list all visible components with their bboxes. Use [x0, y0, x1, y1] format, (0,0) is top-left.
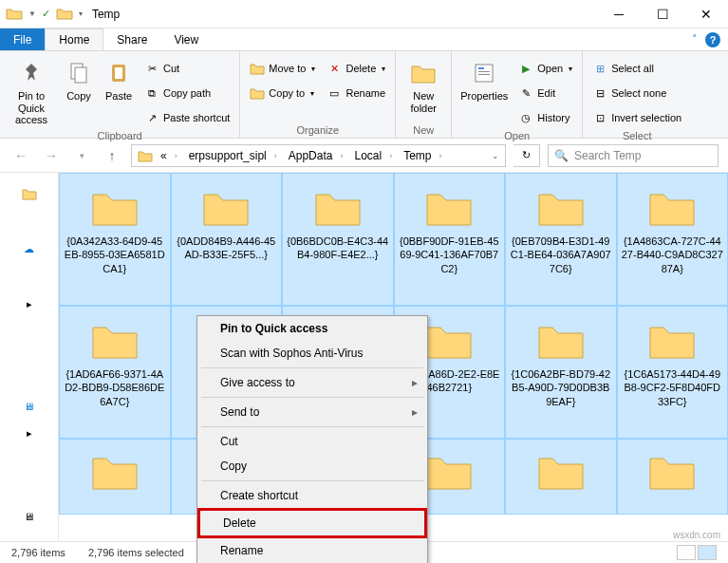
svg-rect-7 [478, 74, 490, 75]
search-input[interactable]: 🔍 Search Temp [548, 144, 719, 167]
dropdown-icon[interactable]: ▼ [28, 9, 36, 18]
folder-item[interactable]: {1A4863CA-727C-4427-B440-C9AD8C32787A} [617, 173, 729, 306]
folder-item[interactable]: {1AD6AF66-9371-4AD2-BDB9-D58E86DE6A7C} [59, 306, 171, 439]
ribbon-tabs: File Home Share View ˄ ? [0, 28, 728, 51]
copy-path-button[interactable]: ⧉Copy path [140, 83, 233, 103]
folder-item[interactable] [617, 439, 729, 515]
select-all-button[interactable]: ⊞Select all [588, 58, 685, 79]
ctx-delete[interactable]: Delete [197, 508, 427, 538]
copy-button[interactable]: Copy [61, 54, 97, 128]
tab-home[interactable]: Home [45, 28, 103, 50]
folder-item[interactable]: {0BBF90DF-91EB-4569-9C41-136AF70B7C2} [394, 173, 506, 306]
edit-icon: ✎ [518, 85, 533, 101]
title-bar: ▼ ✓ ▾ Temp ─ ☐ ✕ [0, 0, 728, 28]
folder-icon [56, 7, 73, 22]
folder-item[interactable]: {1C06A2BF-BD79-42B5-A90D-79D0DB3B9EAF} [505, 306, 617, 439]
close-button[interactable]: ✕ [684, 0, 728, 28]
ctx-cut[interactable]: Cut [197, 429, 427, 454]
navpane-item[interactable] [0, 180, 58, 207]
history-button[interactable]: ◷History [514, 107, 576, 128]
breadcrumb-dropdown-icon[interactable]: ⌄ [486, 151, 505, 160]
status-selected-count: 2,796 items selected [88, 547, 184, 558]
chevron-right-icon: ▸ [412, 405, 418, 419]
minimize-button[interactable]: ─ [597, 0, 641, 28]
move-to-button[interactable]: Move to▾ [246, 58, 319, 79]
copy-to-button[interactable]: Copy to▾ [246, 83, 319, 103]
ctx-create-shortcut[interactable]: Create shortcut [197, 483, 427, 508]
navpane-item[interactable]: 🖥 [0, 503, 58, 530]
chevron-right-icon: ▸ [412, 376, 418, 389]
group-open-label: Open [457, 128, 576, 143]
ctx-copy[interactable]: Copy [197, 454, 427, 479]
edit-button[interactable]: ✎Edit [514, 83, 576, 103]
scissors-icon: ✂ [144, 61, 159, 76]
tab-file[interactable]: File [0, 28, 45, 50]
open-button[interactable]: ▶Open▾ [514, 58, 576, 79]
ctx-scan[interactable]: Scan with Sophos Anti-Virus [197, 341, 427, 366]
navpane-item[interactable]: ▸ [0, 420, 58, 446]
new-folder-button[interactable]: New folder [401, 54, 445, 122]
view-details-button[interactable] [677, 545, 696, 560]
copy-path-icon: ⧉ [144, 85, 159, 101]
group-organize-label: Organize [246, 122, 389, 138]
refresh-button[interactable]: ↻ [513, 144, 540, 167]
nav-up-button[interactable]: ↑ [101, 144, 123, 167]
search-icon: 🔍 [554, 149, 569, 162]
properties-button[interactable]: Properties [457, 54, 511, 128]
checkbox-icon[interactable]: ✓ [42, 8, 50, 20]
rename-icon: ▭ [327, 85, 342, 101]
navpane-item[interactable]: ☁ [0, 235, 58, 262]
context-menu: Pin to Quick access Scan with Sophos Ant… [196, 315, 428, 563]
ctx-send-to[interactable]: Send to▸ [197, 400, 427, 424]
nav-recent-button[interactable]: ▾ [70, 144, 93, 167]
svg-rect-6 [478, 71, 490, 72]
svg-rect-4 [476, 65, 493, 82]
navigation-pane[interactable]: ☁ ▸ 🖥 ▸ 🖥 [0, 173, 59, 541]
tab-view[interactable]: View [160, 28, 212, 50]
window-title: Temp [92, 8, 120, 21]
group-new-label: New [401, 122, 445, 138]
pin-button[interactable]: Pin to Quick access [6, 54, 57, 128]
svg-rect-5 [478, 67, 484, 69]
delete-button[interactable]: ✕Delete▾ [323, 58, 389, 79]
crumb-3[interactable]: Temp› [398, 145, 447, 166]
folder-item[interactable]: {1C6A5173-44D4-49B8-9CF2-5F8D40FD33FC} [617, 306, 729, 439]
folder-item[interactable]: {0A342A33-64D9-45EB-8955-03EA6581DCA1} [59, 173, 171, 306]
nav-back-button[interactable]: ← [9, 144, 32, 167]
select-none-button[interactable]: ⊟Select none [588, 83, 685, 103]
view-icons-button[interactable] [698, 545, 717, 560]
qat-dropdown-icon[interactable]: ▾ [79, 9, 83, 18]
select-all-icon: ⊞ [592, 61, 607, 76]
rename-button[interactable]: ▭Rename [323, 83, 389, 103]
crumb-0[interactable]: erpsupport_sipl› [183, 145, 283, 166]
status-item-count: 2,796 items [11, 547, 65, 558]
folder-item[interactable]: {0ADD84B9-A446-45AD-B33E-25F5...} [171, 173, 283, 306]
group-clipboard-label: Clipboard [6, 128, 233, 143]
folder-item[interactable]: {0EB709B4-E3D1-49C1-BE64-036A7A9077C6} [505, 173, 617, 306]
move-to-icon [250, 61, 265, 76]
invert-selection-button[interactable]: ⊡Invert selection [588, 107, 685, 128]
ctx-rename[interactable]: Rename [197, 538, 427, 563]
maximize-button[interactable]: ☐ [641, 0, 684, 28]
help-icon[interactable]: ? [705, 32, 720, 47]
select-none-icon: ⊟ [592, 85, 607, 101]
copy-icon [64, 58, 94, 88]
breadcrumb[interactable]: «› erpsupport_sipl› AppData› Local› Temp… [131, 144, 506, 167]
paste-button[interactable]: Paste [101, 54, 137, 128]
navpane-item[interactable]: ▸ [0, 291, 58, 317]
tab-share[interactable]: Share [103, 28, 160, 50]
cut-button[interactable]: ✂Cut [140, 58, 233, 79]
crumb-1[interactable]: AppData› [283, 145, 349, 166]
collapse-ribbon-icon[interactable]: ˄ [692, 33, 698, 46]
navpane-item[interactable]: 🖥 [0, 393, 58, 420]
ctx-give-access[interactable]: Give access to▸ [197, 370, 427, 395]
folder-item[interactable]: {0B6BDC0B-E4C3-44B4-980F-E4E2...} [282, 173, 394, 306]
crumb-2[interactable]: Local› [348, 145, 398, 166]
ctx-pin[interactable]: Pin to Quick access [197, 316, 427, 341]
nav-forward-button[interactable]: → [40, 144, 63, 167]
address-bar: ← → ▾ ↑ «› erpsupport_sipl› AppData› Loc… [0, 139, 728, 173]
folder-item[interactable] [505, 439, 617, 515]
paste-shortcut-button[interactable]: ↗Paste shortcut [140, 107, 233, 128]
folder-item[interactable] [59, 439, 171, 515]
svg-rect-1 [75, 67, 86, 83]
